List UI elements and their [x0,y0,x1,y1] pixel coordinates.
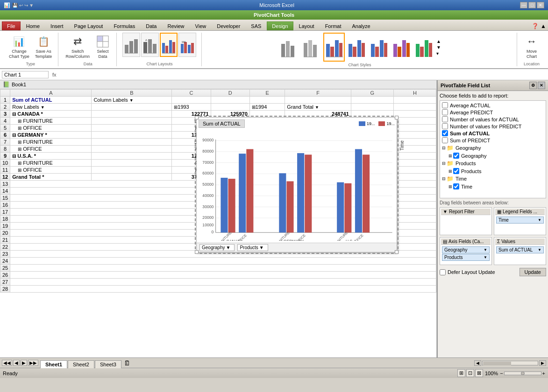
cell-a4[interactable]: ⊞ FURNITURE [10,118,92,125]
sheet-tab-1[interactable]: Sheet1 [40,360,67,368]
cell-c2[interactable]: ⊞1993 [172,104,211,111]
field-item-sum-predict[interactable]: Sum of PREDICT [441,137,545,144]
tab-page-layout[interactable]: Page Layout [69,21,108,30]
report-filter-area[interactable]: ▼ Report Filter [440,207,492,235]
resize-handle-br[interactable] [395,250,399,254]
geography-drag-chip[interactable]: Geography ▼ [442,246,490,253]
scroll-right-btn[interactable]: ▶ [539,360,546,366]
tab-developer[interactable]: Developer [212,21,245,30]
field-item-num-predict[interactable]: Number of values for PREDICT [441,123,545,130]
field-checkbox-avg-actual[interactable] [442,102,448,108]
zoom-track[interactable] [504,371,541,375]
sheet-tab-2[interactable]: Sheet2 [68,360,94,368]
sheet-tab-3[interactable]: Sheet3 [95,360,121,368]
chart-layout-2[interactable]: A [141,33,159,57]
select-data-button[interactable]: SelectData [93,33,113,61]
cell-b1[interactable]: Column Labels ▼ [92,97,172,104]
minimize-button[interactable]: — [520,2,527,8]
scrollbar-track[interactable] [482,361,538,365]
cell-b2[interactable] [92,104,172,111]
products-chip-arrow[interactable]: ▼ [484,255,487,259]
time-expand-icon[interactable]: ⊞ [448,184,452,189]
page-layout-view-btn[interactable]: ⊡ [466,369,474,377]
chart-layout-1[interactable] [122,33,140,57]
sheet-nav-first[interactable]: ◀◀ [2,360,12,366]
field-checkbox-avg-predict[interactable] [442,109,448,115]
cell-a5[interactable]: ⊞ OFFICE [10,125,92,132]
minimize-ribbon-icon[interactable]: ▲ [541,23,546,29]
tab-view[interactable]: View [190,21,212,30]
chart-style-more[interactable]: ▾ [436,51,441,56]
resize-handle-tl[interactable] [195,116,199,119]
cell-g1[interactable] [351,97,393,104]
cell-h3[interactable] [393,111,436,118]
cell-f1[interactable] [285,97,351,104]
cell-e2[interactable]: ⊞1994 [249,104,285,111]
zoom-out-btn[interactable]: − [500,371,503,376]
new-sheet-icon[interactable]: 🗓 [124,359,130,367]
chart-style-5[interactable] [368,33,390,62]
pivot-panel-settings-icon[interactable]: ⚙ [529,82,537,89]
cell-h12[interactable] [393,174,436,181]
cell-c1[interactable] [172,97,211,104]
close-button[interactable]: ✕ [537,2,544,8]
cell-d1[interactable] [211,97,249,104]
tab-review[interactable]: Review [162,21,189,30]
chart-style-2[interactable] [301,33,322,62]
chart-style-scroll-up[interactable]: ▲ [436,39,441,44]
time-drag-chip[interactable]: Time ▼ [496,217,544,224]
tab-analyze[interactable]: Analyze [347,21,375,30]
cell-a1[interactable]: Sum of ACTUAL [10,97,92,104]
chart-style-7[interactable] [413,33,434,62]
geography-filter-button[interactable]: Geography ▼ [199,244,235,251]
cell-d3[interactable]: 125970 [211,111,249,118]
switch-row-column-button[interactable]: ⇄ SwitchRow/Column [63,33,92,61]
time-chip-arrow[interactable]: ▼ [538,218,541,222]
cell-a7[interactable]: ⊞ FURNITURE [10,139,92,146]
sum-actual-drag-chip[interactable]: Sum of ACTUAL ▼ [496,246,544,253]
cell-h10[interactable] [393,160,436,167]
col-header-f[interactable]: F [285,90,351,97]
cell-a8[interactable]: ⊞ OFFICE [10,146,92,153]
zoom-thumb[interactable] [521,371,525,375]
sheet-nav-prev[interactable]: ◀ [13,360,20,366]
cell-h9[interactable] [393,153,436,160]
values-area[interactable]: Σ Values Sum of ACTUAL ▼ [494,237,546,265]
time-collapse-icon[interactable]: ⊟ [442,176,446,181]
col-header-g[interactable]: G [351,90,393,97]
geography-expand-icon[interactable]: ⊞ [448,154,452,158]
cell-h6[interactable] [393,132,436,139]
geography-chip-arrow[interactable]: ▼ [484,248,487,252]
field-item-avg-actual[interactable]: Average ACTUAL [441,102,545,109]
field-checkbox-geography[interactable] [453,153,459,159]
name-box[interactable] [2,71,49,78]
field-checkbox-products[interactable] [453,168,459,174]
cell-h4[interactable] [393,118,436,125]
tab-insert[interactable]: Insert [45,21,69,30]
products-filter-button[interactable]: Products ▼ [237,244,268,251]
field-item-geography-child[interactable]: ⊞ Geography [441,152,545,159]
page-break-view-btn[interactable]: ⊠ [475,369,483,377]
col-header-h[interactable]: H [393,90,436,97]
field-folder-time[interactable]: ⊟ 📁 Time [441,175,545,183]
col-header-c[interactable]: C [172,90,211,97]
cell-b4[interactable] [92,118,172,125]
cell-a10[interactable]: ⊞ FURNITURE [10,160,92,167]
scrollbar-thumb[interactable] [483,362,511,365]
resize-handle-bl[interactable] [195,250,199,254]
chart-layout-4[interactable]: 90K [178,33,196,57]
tab-sas[interactable]: SAS [246,21,266,30]
cell-f2[interactable]: Grand Total ▼ [285,104,351,111]
field-checkbox-num-predict[interactable] [442,123,448,129]
cell-b7[interactable] [92,139,172,146]
products-collapse-icon[interactable]: ⊟ [442,161,446,166]
sheet-nav-next[interactable]: ▶ [21,360,27,366]
chart-style-6[interactable] [391,33,412,62]
cell-b11[interactable] [92,167,172,174]
col-header-d[interactable]: D [211,90,249,97]
cell-g2[interactable] [351,104,393,111]
cell-e1[interactable] [249,97,285,104]
empty-row-26[interactable] [10,272,436,279]
cell-b6[interactable] [92,132,172,139]
field-item-avg-predict[interactable]: Average PREDICT [441,109,545,116]
